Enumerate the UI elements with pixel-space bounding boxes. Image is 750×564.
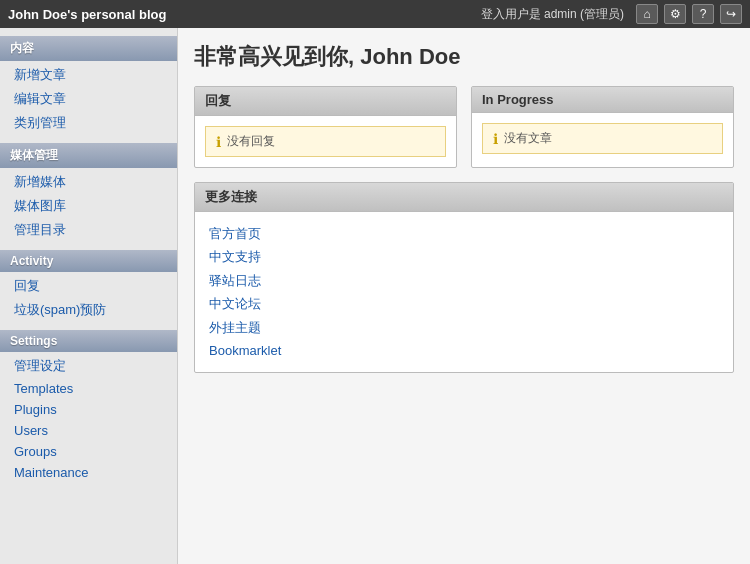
sidebar-section-title-settings: Settings (0, 330, 177, 352)
help-icon-btn[interactable]: ? (692, 4, 714, 24)
layout: 内容新增文章编辑文章类别管理媒体管理新增媒体媒体图库管理目录Activity回复… (0, 28, 750, 564)
sidebar: 内容新增文章编辑文章类别管理媒体管理新增媒体媒体图库管理目录Activity回复… (0, 28, 178, 564)
main-content: 非常高兴见到你, John Doe 回复 ℹ 没有回复 In Progress … (178, 28, 750, 564)
header: John Doe's personal blog 登入用户是 admin (管理… (0, 0, 750, 28)
sidebar-link-comments[interactable]: 回复 (0, 274, 177, 298)
sidebar-link-new-post[interactable]: 新增文章 (0, 63, 177, 87)
more-link-plugins-themes[interactable]: 外挂主题 (209, 316, 719, 339)
header-user-label: 登入用户是 admin (管理员) (481, 6, 624, 23)
sidebar-link-new-media[interactable]: 新增媒体 (0, 170, 177, 194)
header-right: 登入用户是 admin (管理员) ⌂ ⚙ ? ↪ (481, 4, 742, 24)
settings-icon-btn[interactable]: ⚙ (664, 4, 686, 24)
more-link-blog-log[interactable]: 驿站日志 (209, 269, 719, 292)
sidebar-link-media-gallery[interactable]: 媒体图库 (0, 194, 177, 218)
sidebar-section-settings: Settings管理设定TemplatesPluginsUsersGroupsM… (0, 330, 177, 483)
sidebar-link-edit-post[interactable]: 编辑文章 (0, 87, 177, 111)
info-icon-2: ℹ (493, 131, 498, 147)
sidebar-section-title-media: 媒体管理 (0, 143, 177, 168)
more-links-card: 更多连接 官方首页中文支持驿站日志中文论坛外挂主题Bookmarklet (194, 182, 734, 373)
sidebar-link-category[interactable]: 类别管理 (0, 111, 177, 135)
in-progress-card: In Progress ℹ 没有文章 (471, 86, 734, 168)
replies-card-body: ℹ 没有回复 (195, 116, 456, 167)
sidebar-section-media: 媒体管理新增媒体媒体图库管理目录 (0, 143, 177, 242)
sidebar-section-activity: Activity回复垃圾(spam)预防 (0, 250, 177, 322)
sidebar-link-admin-settings[interactable]: 管理设定 (0, 354, 177, 378)
replies-card-title: 回复 (195, 87, 456, 116)
in-progress-notice-text: 没有文章 (504, 130, 552, 147)
more-link-chinese-support[interactable]: 中文支持 (209, 245, 719, 268)
replies-notice: ℹ 没有回复 (205, 126, 446, 157)
more-links-body: 官方首页中文支持驿站日志中文论坛外挂主题Bookmarklet (195, 212, 733, 372)
sidebar-section-content: 内容新增文章编辑文章类别管理 (0, 36, 177, 135)
logout-icon-btn[interactable]: ↪ (720, 4, 742, 24)
sidebar-link-manage-dir[interactable]: 管理目录 (0, 218, 177, 242)
more-link-official-home[interactable]: 官方首页 (209, 222, 719, 245)
more-link-bookmarklet[interactable]: Bookmarklet (209, 339, 719, 362)
info-icon: ℹ (216, 134, 221, 150)
sidebar-link-groups[interactable]: Groups (0, 441, 177, 462)
sidebar-link-spam[interactable]: 垃圾(spam)预防 (0, 298, 177, 322)
page-title: 非常高兴见到你, John Doe (194, 42, 734, 72)
more-link-chinese-forum[interactable]: 中文论坛 (209, 292, 719, 315)
in-progress-notice: ℹ 没有文章 (482, 123, 723, 154)
more-links-title: 更多连接 (195, 183, 733, 212)
sidebar-link-plugins[interactable]: Plugins (0, 399, 177, 420)
site-title: John Doe's personal blog (8, 7, 166, 22)
sidebar-link-maintenance[interactable]: Maintenance (0, 462, 177, 483)
replies-notice-text: 没有回复 (227, 133, 275, 150)
sidebar-section-title-content: 内容 (0, 36, 177, 61)
in-progress-card-title: In Progress (472, 87, 733, 113)
sidebar-link-templates[interactable]: Templates (0, 378, 177, 399)
sidebar-link-users[interactable]: Users (0, 420, 177, 441)
home-icon-btn[interactable]: ⌂ (636, 4, 658, 24)
cards-row: 回复 ℹ 没有回复 In Progress ℹ 没有文章 (194, 86, 734, 168)
sidebar-section-title-activity: Activity (0, 250, 177, 272)
replies-card: 回复 ℹ 没有回复 (194, 86, 457, 168)
in-progress-card-body: ℹ 没有文章 (472, 113, 733, 164)
